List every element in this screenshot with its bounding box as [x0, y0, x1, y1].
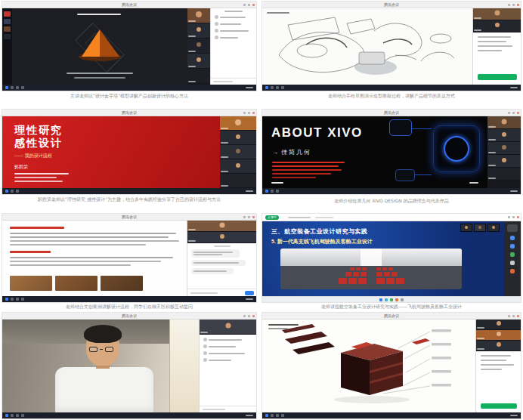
window-controls[interactable] — [243, 4, 255, 6]
maximize-icon[interactable] — [512, 4, 515, 6]
start-icon[interactable] — [265, 414, 268, 417]
app-icon[interactable] — [276, 190, 279, 193]
participant-video[interactable] — [487, 116, 521, 129]
windows-taskbar[interactable] — [2, 296, 256, 302]
app-icon[interactable] — [385, 298, 388, 301]
participant-video[interactable] — [187, 23, 210, 39]
member-row[interactable] — [203, 344, 252, 348]
participant-video[interactable] — [476, 341, 521, 351]
windows-taskbar[interactable] — [262, 85, 521, 91]
participant-video[interactable] — [487, 224, 500, 232]
participant-video[interactable] — [187, 54, 210, 69]
participant-video[interactable] — [220, 145, 256, 159]
member-row[interactable] — [203, 351, 252, 355]
windows-taskbar[interactable] — [262, 412, 521, 418]
windows-taskbar[interactable] — [2, 188, 256, 194]
window-controls[interactable] — [243, 112, 255, 114]
windows-taskbar[interactable] — [262, 188, 521, 194]
participant-video[interactable] — [460, 224, 472, 232]
app-icon[interactable] — [276, 86, 279, 89]
minimize-icon[interactable] — [508, 315, 510, 317]
close-icon[interactable] — [252, 4, 255, 6]
self-video-preview[interactable] — [200, 320, 256, 335]
window-titlebar[interactable]: 腾讯会议 — [2, 214, 256, 221]
participant-video[interactable] — [187, 8, 210, 23]
app-icon[interactable] — [271, 414, 274, 417]
participant-video[interactable] — [476, 320, 521, 330]
app-icon[interactable] — [390, 298, 393, 301]
maximize-icon[interactable] — [512, 216, 515, 218]
app-icon[interactable] — [11, 190, 14, 193]
maximize-icon[interactable] — [248, 216, 250, 218]
start-icon[interactable] — [5, 86, 8, 89]
window-controls[interactable] — [508, 216, 519, 218]
invite-button[interactable] — [481, 403, 517, 409]
app-icon[interactable] — [401, 298, 404, 301]
video-thumb[interactable] — [4, 19, 11, 24]
app-icon[interactable] — [11, 86, 14, 89]
app-icon[interactable] — [21, 298, 24, 301]
video-thumb[interactable] — [4, 11, 11, 17]
participant-video[interactable] — [487, 129, 521, 142]
participant-video[interactable] — [487, 142, 521, 155]
participant-video[interactable] — [474, 224, 486, 232]
start-icon[interactable] — [5, 190, 8, 193]
window-controls[interactable] — [243, 315, 255, 317]
start-icon[interactable] — [379, 298, 382, 301]
app-icon[interactable] — [11, 414, 14, 417]
app-icon[interactable] — [271, 86, 274, 89]
participant-video[interactable] — [187, 69, 210, 84]
window-titlebar[interactable]: 腾讯会议 — [262, 110, 521, 116]
video-thumb[interactable] — [4, 34, 11, 39]
tab-title-line[interactable] — [288, 217, 311, 218]
participant-video[interactable] — [187, 232, 256, 243]
start-icon[interactable] — [5, 298, 8, 301]
minimize-icon[interactable] — [508, 216, 510, 218]
maximize-icon[interactable] — [248, 315, 250, 317]
app-icon[interactable] — [21, 414, 24, 417]
windows-taskbar[interactable] — [2, 85, 256, 91]
maximize-icon[interactable] — [512, 112, 515, 114]
app-icon[interactable] — [271, 190, 274, 193]
video-thumb[interactable] — [4, 26, 11, 32]
close-icon[interactable] — [252, 216, 255, 218]
app-icon[interactable] — [281, 86, 284, 89]
app-icon[interactable] — [16, 190, 19, 193]
close-icon[interactable] — [252, 315, 255, 317]
member-row[interactable] — [203, 358, 252, 362]
sidebar-chat-icon[interactable] — [510, 236, 515, 240]
participant-video[interactable] — [473, 8, 521, 20]
start-icon[interactable] — [5, 414, 8, 417]
close-icon[interactable] — [517, 112, 519, 114]
sidebar-avatar[interactable] — [507, 224, 518, 232]
chat-input[interactable] — [211, 78, 256, 85]
participant-video[interactable] — [220, 116, 256, 131]
share-action-button[interactable] — [478, 74, 517, 80]
close-icon[interactable] — [252, 112, 255, 114]
member-row[interactable] — [203, 338, 252, 341]
participant-video[interactable] — [220, 131, 256, 145]
participant-video[interactable] — [487, 155, 521, 168]
participant-video[interactable] — [187, 39, 210, 54]
participant-video[interactable] — [220, 159, 256, 174]
app-icon[interactable] — [16, 414, 19, 417]
minimize-icon[interactable] — [508, 112, 510, 114]
sidebar-more-icon[interactable] — [510, 269, 515, 273]
send-button[interactable] — [245, 291, 254, 295]
maximize-icon[interactable] — [248, 4, 250, 6]
minimize-icon[interactable] — [243, 216, 246, 218]
minimize-icon[interactable] — [243, 112, 246, 114]
windows-taskbar[interactable] — [2, 412, 256, 418]
app-icon[interactable] — [395, 298, 398, 301]
windows-taskbar[interactable] — [262, 296, 521, 302]
sidebar-meeting-icon[interactable] — [510, 252, 515, 257]
participant-video[interactable] — [187, 221, 256, 232]
sidebar-contacts-icon[interactable] — [510, 244, 515, 249]
maximize-icon[interactable] — [512, 315, 515, 317]
chat-input[interactable] — [187, 289, 256, 296]
participant-video[interactable] — [220, 174, 256, 188]
window-controls[interactable] — [508, 112, 519, 114]
window-controls[interactable] — [508, 315, 519, 317]
window-titlebar[interactable]: 腾讯会议 — [2, 110, 256, 116]
window-controls[interactable] — [243, 216, 255, 218]
